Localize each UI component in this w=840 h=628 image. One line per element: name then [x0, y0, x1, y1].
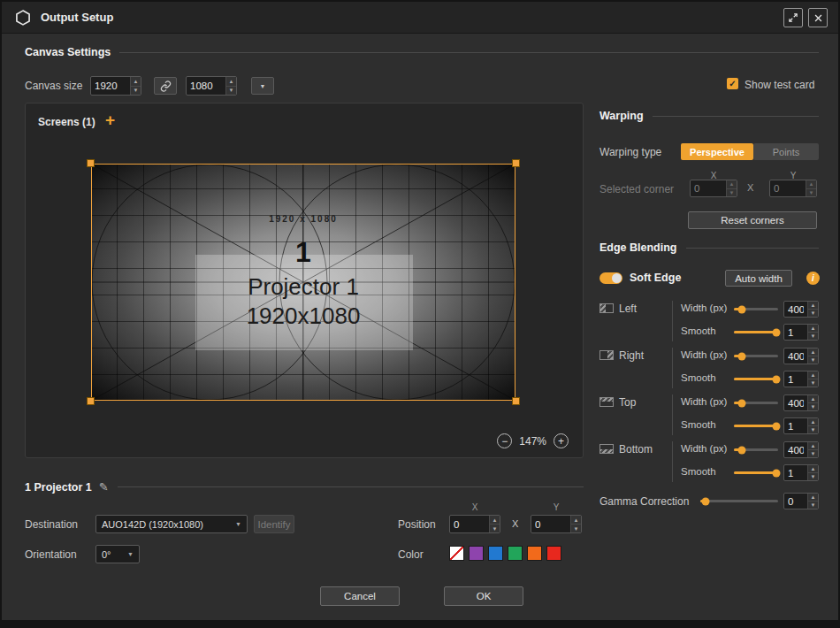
color-swatches	[449, 546, 561, 561]
close-window-button[interactable]	[808, 8, 828, 27]
edge-left-width-slider[interactable]	[734, 308, 778, 310]
edge-top-smooth-field[interactable]	[784, 418, 807, 433]
warping-type-points[interactable]: Points	[753, 143, 819, 160]
edge-right-width-slider[interactable]	[734, 355, 778, 357]
zoom-out-button[interactable]: −	[497, 433, 512, 448]
cancel-button[interactable]: Cancel	[320, 586, 400, 606]
edit-name-pencil-icon[interactable]: ✎	[99, 480, 109, 494]
edge-blending-title: Edge Blending	[599, 241, 677, 254]
edge-left-smooth-spinner[interactable]: ▲▼	[807, 325, 818, 340]
color-swatch-none[interactable]	[449, 546, 464, 561]
corner-handle-bottom-left[interactable]	[87, 397, 95, 405]
edge-left-icon	[599, 303, 614, 313]
gamma-spinner[interactable]: ▲▼	[807, 494, 818, 509]
canvas-height-input[interactable]: ▲▼	[186, 76, 237, 96]
soft-edge-toggle[interactable]	[599, 272, 622, 284]
position-x-spinner[interactable]: ▲▼	[489, 516, 500, 532]
edge-left-smooth-field[interactable]	[784, 325, 807, 340]
edge-top-label: Top	[619, 396, 636, 409]
position-y-input[interactable]: ▲▼	[531, 515, 582, 533]
expand-window-button[interactable]	[783, 8, 803, 27]
edge-bottom-width-slider[interactable]	[734, 448, 778, 451]
edge-bottom-width-field[interactable]	[784, 442, 807, 457]
edge-left-width-field[interactable]	[784, 302, 807, 317]
color-swatch-3[interactable]	[508, 546, 523, 561]
edge-right-smooth-field[interactable]	[784, 371, 807, 387]
color-swatch-4[interactable]	[527, 546, 542, 561]
edge-top-smooth-spinner[interactable]: ▲▼	[807, 418, 818, 433]
color-swatch-5[interactable]	[546, 546, 561, 561]
projector-title: 1 Projector 1	[25, 481, 92, 494]
chevron-down-icon: ▼	[127, 551, 134, 557]
canvas-width-spinner[interactable]: ▲▼	[130, 77, 141, 95]
edge-right-smooth-input[interactable]: ▲▼	[783, 371, 819, 387]
corner-xy-separator: X	[747, 182, 753, 193]
warping-type-segment: Perspective Points	[681, 143, 819, 160]
ok-button[interactable]: OK	[444, 586, 523, 606]
zoom-in-button[interactable]: +	[554, 433, 569, 448]
info-icon[interactable]: i	[806, 272, 820, 285]
corner-x-input[interactable]: ▲▼	[690, 180, 737, 197]
gamma-slider[interactable]	[700, 500, 778, 502]
corner-y-input[interactable]: ▲▼	[769, 180, 817, 197]
color-swatch-2[interactable]	[488, 546, 503, 561]
position-y-column-label: Y	[531, 502, 582, 512]
edge-left-smooth-slider[interactable]	[734, 331, 778, 333]
edge-bottom-smooth-label: Smooth	[681, 466, 716, 477]
corner-x-spinner[interactable]: ▲▼	[726, 180, 737, 196]
edge-top-width-spinner[interactable]: ▲▼	[807, 395, 818, 410]
edge-left-width-input[interactable]: ▲▼	[783, 301, 819, 318]
edge-top-smooth-label: Smooth	[681, 419, 716, 430]
gamma-input[interactable]: ▲▼	[783, 493, 819, 509]
orientation-dropdown[interactable]: 0° ▼	[95, 545, 140, 563]
edge-right-width-input[interactable]: ▲▼	[783, 348, 819, 364]
edge-right-smooth-slider[interactable]	[734, 378, 778, 380]
canvas-width-field[interactable]	[91, 77, 130, 95]
edge-bottom-width-input[interactable]: ▲▼	[783, 441, 819, 458]
reset-corners-button[interactable]: Reset corners	[688, 211, 817, 229]
canvas-height-spinner[interactable]: ▲▼	[225, 77, 236, 95]
canvas-width-input[interactable]: ▲▼	[90, 76, 141, 96]
edge-left-smooth-input[interactable]: ▲▼	[783, 324, 819, 341]
destination-dropdown[interactable]: AUO142D (1920x1080) ▼	[95, 515, 248, 533]
show-test-card-checkbox[interactable]	[727, 78, 738, 89]
auto-width-button[interactable]: Auto width	[725, 270, 792, 287]
add-screen-button[interactable]: +	[105, 111, 115, 130]
test-card-preview[interactable]: 1920 x 1080 1 Projector 1 1920x1080	[91, 164, 515, 401]
edge-top-width-field[interactable]	[784, 395, 807, 410]
corner-y-spinner[interactable]: ▲▼	[806, 180, 816, 196]
corner-handle-top-left[interactable]	[87, 159, 95, 167]
corner-handle-top-right[interactable]	[512, 159, 520, 167]
edge-right-width-spinner[interactable]: ▲▼	[807, 348, 818, 364]
edge-right-width-field[interactable]	[784, 348, 807, 364]
position-x-input[interactable]: ▲▼	[449, 515, 500, 533]
position-y-field[interactable]	[531, 516, 570, 532]
edge-bottom-smooth-input[interactable]: ▲▼	[783, 464, 819, 481]
edge-row-divider	[672, 301, 673, 341]
corner-x-field[interactable]	[691, 180, 726, 196]
position-y-spinner[interactable]: ▲▼	[570, 516, 581, 532]
corner-y-field[interactable]	[770, 180, 806, 196]
edge-top-smooth-input[interactable]: ▲▼	[783, 417, 819, 434]
link-dimensions-button[interactable]	[154, 77, 177, 95]
color-swatch-1[interactable]	[469, 546, 484, 561]
edge-bottom-smooth-slider[interactable]	[734, 471, 778, 474]
edge-bottom-smooth-spinner[interactable]: ▲▼	[807, 465, 818, 480]
identify-button[interactable]: Identify	[254, 515, 294, 533]
edge-left-width-spinner[interactable]: ▲▼	[807, 302, 818, 317]
canvas-height-field[interactable]	[187, 77, 225, 95]
orientation-value: 0°	[102, 549, 111, 560]
position-x-field[interactable]	[450, 516, 489, 532]
app-logo-hexagon-icon	[14, 9, 32, 29]
edge-top-width-slider[interactable]	[734, 402, 778, 404]
edge-right-width-label: Width (px)	[681, 349, 727, 360]
edge-top-width-input[interactable]: ▲▼	[783, 394, 819, 411]
canvas-presets-button[interactable]: ▼	[251, 77, 274, 95]
warping-type-perspective[interactable]: Perspective	[681, 143, 753, 160]
edge-bottom-smooth-field[interactable]	[784, 465, 807, 480]
edge-bottom-width-spinner[interactable]: ▲▼	[807, 442, 818, 457]
edge-right-smooth-spinner[interactable]: ▲▼	[807, 371, 818, 387]
edge-top-smooth-slider[interactable]	[734, 425, 778, 427]
gamma-field[interactable]	[784, 494, 807, 509]
corner-handle-bottom-right[interactable]	[512, 397, 520, 405]
